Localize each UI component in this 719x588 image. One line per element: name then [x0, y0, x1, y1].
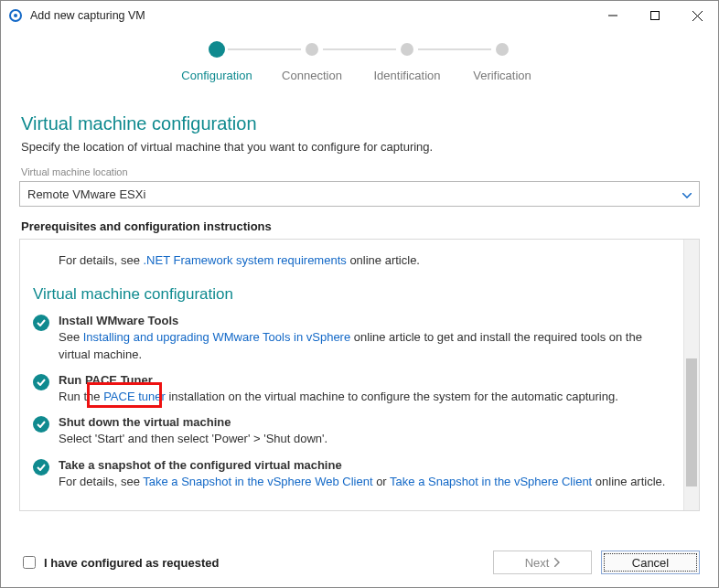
- step-label: Configuration: [181, 69, 252, 82]
- instruction-body: Select 'Start' and then select 'Power' >…: [59, 431, 667, 447]
- vm-location-value: Remote VMware ESXi: [27, 187, 145, 201]
- stepper: Configuration Connection Identification …: [1, 30, 718, 86]
- maximize-button[interactable]: [634, 1, 676, 30]
- titlebar: Add new capturing VM: [1, 1, 718, 30]
- instructions-scroll[interactable]: For details, see .NET Framework system r…: [20, 240, 683, 510]
- instruction-item: Run PACE Tuner Run the PACE tuner instal…: [33, 372, 667, 405]
- instruction-title: Install WMware Tools: [59, 313, 667, 329]
- page-title: Virtual machine configuration: [21, 113, 698, 134]
- check-icon: [33, 374, 49, 390]
- vm-location-select[interactable]: Remote VMware ESXi: [19, 181, 700, 207]
- cutoff-title: [59, 249, 667, 252]
- vmconf-heading: Virtual machine configuration: [33, 285, 667, 304]
- confirm-checkbox[interactable]: [23, 556, 36, 569]
- confirm-checkbox-row[interactable]: I have configured as requested: [19, 553, 484, 572]
- instruction-title: Take a snapshot of the configured virtua…: [59, 457, 667, 474]
- window-root: Add new capturing VM Configuration Conne…: [0, 0, 719, 588]
- instruction-body: For details, see Take a Snapshot in the …: [59, 474, 667, 490]
- instructions-panel: For details, see .NET Framework system r…: [19, 239, 700, 511]
- next-button[interactable]: Next: [493, 551, 592, 574]
- check-icon: [33, 416, 49, 433]
- instruction-item: Install WMware Tools See Installing and …: [33, 313, 667, 363]
- chevron-down-icon: [682, 187, 692, 201]
- step-label: Verification: [473, 69, 531, 82]
- scrollbar-thumb[interactable]: [686, 358, 697, 486]
- chevron-right-icon: [554, 558, 560, 567]
- page-subtitle: Specify the location of virtual machine …: [21, 140, 698, 154]
- check-icon: [33, 459, 49, 476]
- cancel-button[interactable]: Cancel: [601, 551, 700, 574]
- step-identification[interactable]: Identification: [360, 43, 455, 82]
- svg-point-1: [14, 14, 17, 17]
- step-configuration[interactable]: Configuration: [169, 43, 264, 82]
- prereq-heading: Prerequisites and configuration instruct…: [21, 219, 698, 233]
- link-snapshot-client[interactable]: Take a Snapshot in the vSphere Client: [390, 475, 592, 488]
- scrollbar[interactable]: [683, 240, 699, 510]
- cutoff-detail: For details, see .NET Framework system r…: [59, 252, 667, 269]
- content-area: Virtual machine configuration Specify th…: [1, 86, 718, 541]
- check-icon: [33, 315, 49, 331]
- confirm-checkbox-label: I have configured as requested: [44, 556, 219, 570]
- link-snapshot-web[interactable]: Take a Snapshot in the vSphere Web Clien…: [143, 475, 372, 488]
- step-dot-icon: [496, 43, 509, 56]
- window-title: Add new capturing VM: [30, 9, 145, 22]
- instruction-title: Shut down the virtual machine: [59, 414, 667, 431]
- step-verification[interactable]: Verification: [455, 43, 550, 82]
- step-connection[interactable]: Connection: [264, 43, 360, 82]
- step-dot-icon: [401, 43, 413, 56]
- step-dot-icon: [209, 41, 225, 58]
- step-dot-icon: [306, 43, 318, 56]
- footer: I have configured as requested Next Canc…: [1, 541, 718, 587]
- instruction-body: Run the PACE tuner installation on the v…: [59, 389, 667, 405]
- vm-location-label: Virtual machine location: [21, 166, 698, 177]
- instruction-item: Shut down the virtual machine Select 'St…: [33, 414, 667, 447]
- instruction-body: See Installing and upgrading WMware Tool…: [59, 329, 667, 362]
- step-label: Identification: [374, 69, 441, 82]
- minimize-button[interactable]: [592, 1, 634, 30]
- link-pace-tuner[interactable]: PACE tuner: [103, 390, 166, 403]
- instruction-title: Run PACE Tuner: [59, 372, 667, 389]
- link-install-tools[interactable]: Installing and upgrading WMware Tools in…: [83, 330, 350, 344]
- window-controls: [592, 1, 718, 30]
- link-dotnet-reqs[interactable]: .NET Framework system requirements: [144, 253, 347, 267]
- close-button[interactable]: [676, 1, 718, 30]
- app-icon: [8, 8, 23, 23]
- instruction-item: Take a snapshot of the configured virtua…: [33, 457, 667, 490]
- svg-rect-3: [651, 12, 660, 20]
- step-label: Connection: [282, 69, 342, 82]
